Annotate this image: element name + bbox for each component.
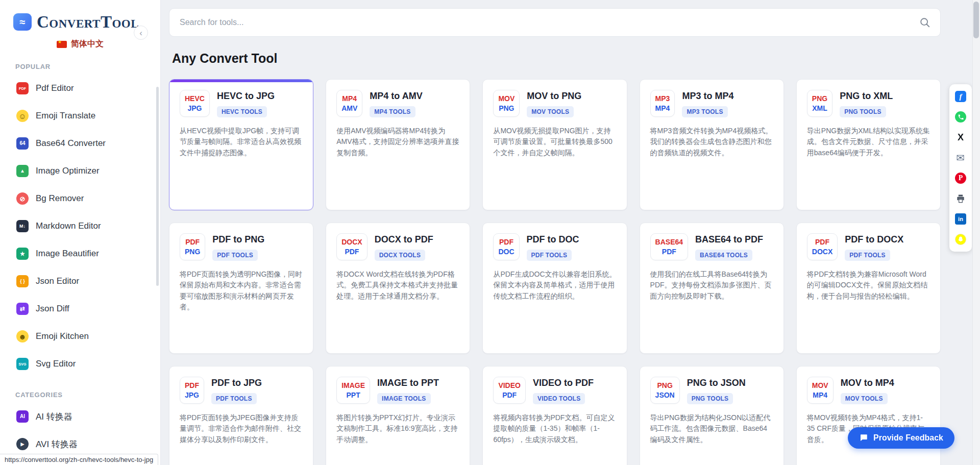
card-title-block: PNG to JSON PNG TOOLS: [687, 377, 746, 404]
sidebar-scrollbar[interactable]: [156, 87, 159, 286]
format-from: PDF: [815, 238, 829, 246]
share-print-button[interactable]: [954, 192, 967, 205]
sidebar-item-json-diff[interactable]: ⇄Json Diff: [0, 295, 160, 323]
print-icon: [955, 193, 966, 204]
sidebar-collapse-button[interactable]: ‹: [134, 26, 148, 40]
format-from: PDF: [499, 238, 513, 246]
sidebar-section-label-categories: CATEGORIES: [0, 391, 160, 399]
logo[interactable]: ≈ ConvertTool: [0, 0, 160, 31]
tool-card-pdf-to-doc[interactable]: PDF DOC PDF to DOC PDF TOOLS 从PDF生成DOC文件…: [482, 223, 627, 354]
sidebar-item-label: AVI 转换器: [36, 438, 78, 450]
page-scrollbar[interactable]: [972, 0, 980, 465]
tool-title: DOCX to PDF: [375, 234, 433, 245]
page-title: Any Convert Tool: [172, 51, 941, 66]
tool-card-mov-to-png[interactable]: MOV PNG MOV to PNG MOV TOOLS 从MOV视频无损提取P…: [482, 79, 627, 210]
sidebar-item-ai[interactable]: AIAI 转换器: [0, 403, 160, 430]
format-from: PDF: [185, 381, 199, 389]
tool-card-hevc-to-jpg[interactable]: HEVC JPG HEVC to JPG HEVC TOOLS 从HEVC视频中…: [169, 79, 313, 210]
sidebar-item-base64-converter[interactable]: 64Base64 Converter: [0, 130, 160, 157]
search-input[interactable]: [169, 8, 941, 37]
pinterest-icon: P: [955, 173, 966, 184]
sidebar-item-image-optimizer[interactable]: ▲Image Optimizer: [0, 157, 160, 185]
tool-category-tag: PNG TOOLS: [687, 393, 733, 404]
share-facebook-button[interactable]: f: [954, 90, 967, 103]
format-to: DOCX: [812, 248, 832, 256]
tool-card-docx-to-pdf[interactable]: DOCX PDF DOCX to PDF DOCX TOOLS 将DOCX Wo…: [326, 223, 470, 354]
tool-card-mp4-to-amv[interactable]: MP4 AMV MP4 to AMV MP4 TOOLS 使用AMV视频编码器将…: [326, 79, 470, 210]
tool-card-base64-to-pdf[interactable]: BASE64 PDF BASE64 to PDF BASE64 TOOLS 使用…: [640, 223, 784, 354]
format-badge: MP4 AMV: [336, 90, 362, 117]
card-title-block: MP3 to MP4 MP3 TOOLS: [682, 90, 733, 117]
tool-card-mov-to-mp4[interactable]: MOV MP4 MOV to MP4 MOV TOOLS 将MOV视频转换为MP…: [796, 366, 941, 465]
tool-card-video-to-pdf[interactable]: VIDEO PDF VIDEO to PDF VIDEO TOOLS 将视频内容…: [482, 366, 627, 465]
sidebar-item-markdown-editor[interactable]: M↓Markdown Editor: [0, 212, 160, 240]
sidebar-item-label: Emoji Translate: [36, 111, 95, 121]
ai-category-icon: AI: [16, 410, 29, 423]
share-linkedin-button[interactable]: in: [954, 213, 967, 225]
tool-description: 将PDF页面转换为JPEG图像并支持质量调节。非常适合作为邮件附件、社交媒体分享…: [180, 412, 303, 445]
tool-card-pdf-to-png[interactable]: PDF PNG PDF to PNG PDF TOOLS 将PDF页面转换为透明…: [169, 223, 313, 354]
sidebar-list-categories: AIAI 转换器▶AVI 转换器: [0, 403, 160, 458]
card-title-block: DOCX to PDF DOCX TOOLS: [375, 233, 433, 261]
card-header: MP4 AMV MP4 to AMV MP4 TOOLS: [336, 90, 459, 117]
tool-description: 从HEVC视频中提取JPG帧，支持可调节质量与帧间隔。非常适合从高效视频文件中捕…: [180, 126, 303, 158]
card-title-block: PDF to DOC PDF TOOLS: [527, 233, 579, 261]
format-to: AMV: [341, 104, 357, 112]
json-diff-icon: ⇄: [16, 303, 29, 315]
search-icon[interactable]: [919, 17, 930, 28]
tool-card-png-to-xml[interactable]: PNG XML PNG to XML PNG TOOLS 导出PNG数据为XML…: [796, 79, 941, 210]
share-pinterest-button[interactable]: P: [954, 172, 967, 184]
tool-card-mp3-to-mp4[interactable]: MP3 MP4 MP3 to MP4 MP3 TOOLS 将MP3音频文件转换为…: [640, 79, 784, 210]
card-title-block: MP4 to AMV MP4 TOOLS: [370, 90, 422, 117]
sidebar-item-image-beautifier[interactable]: ★Image Beautifier: [0, 240, 160, 267]
scrollbar-thumb[interactable]: [973, 2, 979, 38]
linkedin-icon: in: [955, 213, 966, 225]
sidebar-item-emoji-translate[interactable]: ☺Emoji Translate: [0, 102, 160, 130]
sidebar-item-label: Image Beautifier: [36, 249, 99, 259]
provide-feedback-button[interactable]: Provide Feedback: [848, 427, 954, 449]
sidebar-item-json-editor[interactable]: { }Json Editor: [0, 267, 160, 295]
tool-card-image-to-ppt[interactable]: IMAGE PPT IMAGE to PPT IMAGE TOOLS 将图片转换…: [326, 366, 470, 465]
tool-card-pdf-to-jpg[interactable]: PDF JPG PDF to JPG PDF TOOLS 将PDF页面转换为JP…: [169, 366, 313, 465]
tool-title: PNG to JSON: [687, 378, 746, 388]
tool-title: HEVC to JPG: [217, 91, 275, 102]
tool-title: VIDEO to PDF: [533, 378, 594, 388]
tool-description: 使用我们的在线工具将Base64转换为PDF。支持每份文档添加多张图片、页面方向…: [650, 269, 773, 302]
share-x-button[interactable]: X: [954, 131, 967, 143]
tool-category-tag: MP4 TOOLS: [370, 106, 415, 117]
tool-description: 将视频内容转换为PDF文档。可自定义提取帧的质量（1-35）和帧率（1-60fp…: [493, 412, 616, 445]
share-whatsapp-button[interactable]: [954, 111, 967, 123]
sidebar-item-bg-remover[interactable]: ⊘Bg Remover: [0, 185, 160, 212]
sidebar-item-label: Base64 Converter: [36, 138, 106, 149]
format-from: DOCX: [341, 238, 362, 246]
sidebar-item-svg-editor[interactable]: SVGSvg Editor: [0, 350, 160, 378]
sidebar-item-pdf-editor[interactable]: PDFPdf Editor: [0, 75, 160, 102]
language-selector[interactable]: 简体中文: [0, 39, 160, 50]
sidebar-section-label-popular: POPULAR: [0, 63, 160, 70]
format-to: JPG: [185, 391, 199, 399]
format-from: MOV: [812, 381, 828, 389]
format-badge: PDF DOC: [493, 233, 519, 260]
share-email-button[interactable]: ✉: [954, 152, 967, 164]
sidebar-item-emoji-kitchen[interactable]: ☻Emoji Kitchen: [0, 323, 160, 350]
tool-card-png-to-json[interactable]: PNG JSON PNG to JSON PNG TOOLS 导出PNG数据为结…: [640, 366, 784, 465]
tool-category-tag: PDF TOOLS: [527, 250, 572, 261]
tool-category-tag: MP3 TOOLS: [682, 106, 727, 117]
format-to: MP4: [655, 104, 670, 112]
format-from: MP4: [342, 94, 357, 103]
chevron-left-icon: ‹: [139, 29, 142, 37]
card-title-block: MOV to PNG MOV TOOLS: [527, 90, 581, 117]
tool-title: MP4 to AMV: [370, 91, 422, 102]
card-header: MP3 MP4 MP3 to MP4 MP3 TOOLS: [650, 90, 773, 117]
format-to: PPT: [347, 391, 360, 399]
format-badge: VIDEO PDF: [493, 377, 526, 404]
sidebar-sections: POPULARPDFPdf Editor☺Emoji Translate64Ba…: [0, 63, 160, 458]
share-snapchat-button[interactable]: [954, 233, 967, 246]
tool-card-pdf-to-docx[interactable]: PDF DOCX PDF to DOCX PDF TOOLS 将PDF文档转换为…: [796, 223, 941, 354]
format-from: PNG: [657, 381, 672, 389]
format-from: IMAGE: [341, 381, 365, 389]
card-title-block: VIDEO to PDF VIDEO TOOLS: [533, 377, 594, 404]
pdf-editor-icon: PDF: [16, 82, 29, 94]
card-header: HEVC JPG HEVC to JPG HEVC TOOLS: [180, 90, 303, 117]
emoji-translate-icon: ☺: [16, 110, 29, 122]
